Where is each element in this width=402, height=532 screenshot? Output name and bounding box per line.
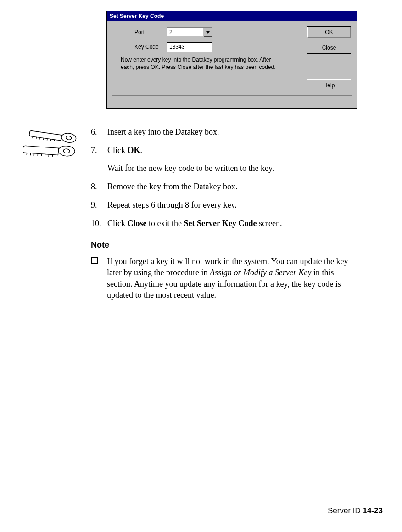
svg-point-1 (66, 136, 72, 140)
dialog-instruction: Now enter every key into the Datakey pro… (121, 57, 277, 71)
ok-button[interactable]: OK (307, 26, 351, 38)
help-button[interactable]: Help (307, 79, 351, 91)
svg-point-3 (63, 149, 70, 153)
page-number: 14-23 (363, 506, 383, 515)
step-num: 7. (91, 145, 107, 156)
step-6: 6. Insert a key into the Datakey box. (91, 126, 357, 137)
step-num: 6. (91, 126, 107, 137)
step-num: 8. (91, 181, 107, 192)
set-server-key-code-dialog: Set Server Key Code Port 2 Key Code 1334… (106, 11, 357, 109)
step-9: 9. Repeat steps 6 through 8 for every ke… (91, 199, 357, 210)
square-bullet-icon (91, 257, 98, 264)
keycode-input[interactable]: 13343 (167, 42, 212, 52)
note-item: If you forget a key it will not work in … (91, 256, 357, 300)
ok-button-label: OK (307, 27, 351, 38)
dialog-body: Port 2 Key Code 13343 Now enter every ke… (107, 21, 357, 108)
port-label: Port (112, 29, 167, 35)
step-num: 9. (91, 199, 107, 210)
close-button-label: Close (322, 45, 336, 51)
step-text: Click Close to exit the Set Server Key C… (107, 218, 357, 229)
svg-point-2 (58, 145, 75, 156)
step-7-continuation: Wait for the new key code to be written … (107, 163, 357, 174)
page-footer: Server ID 14-23 (328, 506, 383, 515)
port-value: 2 (167, 28, 204, 37)
port-combo[interactable]: 2 (167, 27, 212, 37)
close-button[interactable]: Close (307, 42, 351, 54)
keys-icon (23, 125, 83, 164)
dialog-status-bar (112, 95, 352, 104)
step-text: Insert a key into the Datakey box. (107, 126, 357, 137)
svg-point-0 (61, 132, 77, 143)
keycode-value: 13343 (167, 42, 212, 51)
chevron-down-icon (206, 31, 210, 34)
dialog-title-bar: Set Server Key Code (107, 11, 357, 21)
keycode-label: Key Code (112, 44, 167, 50)
step-10: 10. Click Close to exit the Set Server K… (91, 218, 357, 229)
step-8: 8. Remove the key from the Datakey box. (91, 181, 357, 192)
step-text: Click OK. (107, 145, 357, 156)
step-7: 7. Click OK. (91, 145, 357, 156)
dialog-title: Set Server Key Code (110, 13, 164, 19)
footer-label: Server ID (328, 506, 363, 515)
dialog-buttons: OK Close (307, 26, 351, 57)
step-text: Repeat steps 6 through 8 for every key. (107, 199, 357, 210)
note-heading: Note (91, 239, 357, 250)
step-num: 10. (91, 218, 107, 229)
help-button-label: Help (324, 82, 335, 89)
port-dropdown-button[interactable] (204, 28, 212, 37)
step-text: Remove the key from the Datakey box. (107, 181, 357, 192)
note-text: If you forget a key it will not work in … (107, 256, 357, 300)
page-content: 6. Insert a key into the Datakey box. 7.… (91, 126, 357, 300)
